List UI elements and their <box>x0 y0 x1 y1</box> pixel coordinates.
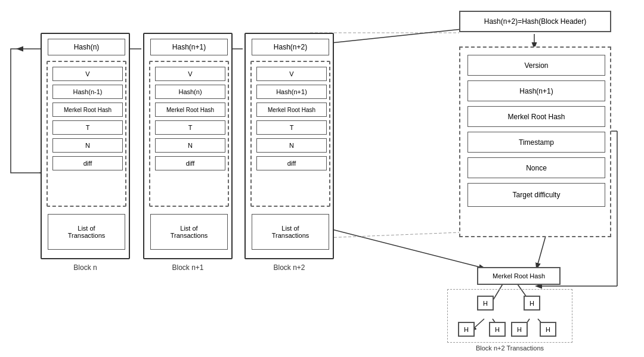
block-n1-label: Block n+1 <box>143 263 233 272</box>
block-n-n: N <box>52 138 123 153</box>
block-header-detail: Version Hash(n+1) Merkel Root Hash Times… <box>459 46 611 237</box>
bh-merkle: Merkel Root Hash <box>467 106 605 127</box>
bh-hash-n1: Hash(n+1) <box>467 80 605 101</box>
merkle-h4: H <box>489 322 506 337</box>
merkle-h2: H <box>524 296 540 311</box>
block-n1-n: N <box>155 138 225 153</box>
block-n2-inner: V Hash(n+1) Merkel Root Hash T N diff <box>250 61 330 207</box>
block-n-label: Block n <box>41 263 130 272</box>
block-n2-diff: diff <box>256 156 327 170</box>
merkle-h3: H <box>458 322 475 337</box>
block-n2-hash: Hash(n+2) <box>252 39 329 55</box>
block-n1-diff: diff <box>155 156 225 170</box>
bh-nonce: Nonce <box>467 157 605 178</box>
merkle-root-box: Merkel Root Hash <box>477 267 561 285</box>
block-n1-prevhash: Hash(n) <box>155 85 225 99</box>
block-n2-n: N <box>256 138 327 153</box>
block-n-t: T <box>52 120 123 135</box>
block-n1-list: List ofTransactions <box>150 214 228 250</box>
bh-timestamp: Timestamp <box>467 132 605 153</box>
block-n2-t: T <box>256 120 327 135</box>
block-n1-t: T <box>155 120 225 135</box>
block-n1-merkle: Merkel Root Hash <box>155 103 225 117</box>
block-n-merkle: Merkel Root Hash <box>52 103 123 117</box>
merkle-h5: H <box>511 322 528 337</box>
block-n2-merkle: Merkel Root Hash <box>256 103 327 117</box>
bh-version: Version <box>467 55 605 76</box>
merkle-h6: H <box>540 322 556 337</box>
block-n1-hash: Hash(n+1) <box>150 39 228 55</box>
block-n2-outer: Hash(n+2) V Hash(n+1) Merkel Root Hash T… <box>244 33 334 259</box>
bh-target-difficulty: Target difficulty <box>467 183 605 207</box>
block-n-outer: Hash(n) V Hash(n-1) Merkel Root Hash T N… <box>41 33 130 259</box>
block-n-v: V <box>52 67 123 81</box>
block-n-diff: diff <box>52 156 123 170</box>
block-n-prevhash: Hash(n-1) <box>52 85 123 99</box>
block-n-hash: Hash(n) <box>48 39 125 55</box>
block-n2-list: List ofTransactions <box>252 214 329 250</box>
merkle-bottom-label: Block n+2 Transactions <box>447 344 572 352</box>
merkle-h1: H <box>477 296 494 311</box>
block-n1-outer: Hash(n+1) V Hash(n) Merkel Root Hash T N… <box>143 33 233 259</box>
block-n1-inner: V Hash(n) Merkel Root Hash T N diff <box>149 61 229 207</box>
block-header-title-box: Hash(n+2)=Hash(Block Header) <box>459 11 611 32</box>
block-n2-prevhash: Hash(n+1) <box>256 85 327 99</box>
block-n2-label: Block n+2 <box>244 263 334 272</box>
block-n-list: List ofTransactions <box>48 214 125 250</box>
block-n2-v: V <box>256 67 327 81</box>
block-n-inner: V Hash(n-1) Merkel Root Hash T N diff <box>47 61 126 207</box>
block-n1-v: V <box>155 67 225 81</box>
